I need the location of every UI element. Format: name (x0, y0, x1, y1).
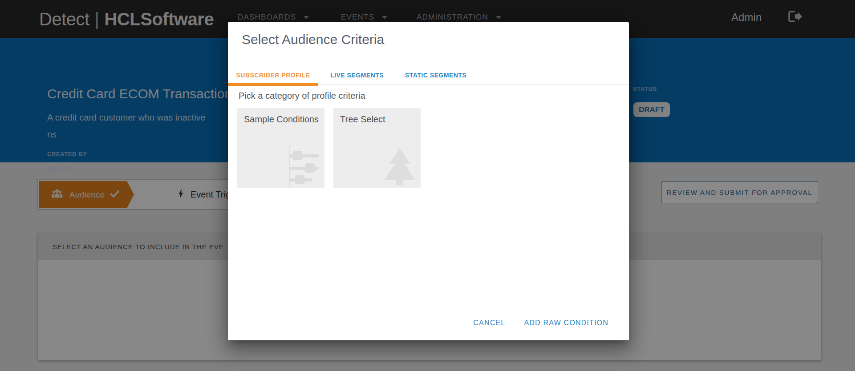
sliders-icon (288, 145, 321, 187)
dialog-actions: CANCEL ADD RAW CONDITION (473, 319, 608, 327)
select-audience-criteria-dialog: Select Audience Criteria SUBSCRIBER PROF… (228, 22, 629, 340)
criteria-cards: Sample Conditions Tree Select (237, 108, 421, 188)
active-tab-underline (228, 83, 318, 86)
cancel-button[interactable]: CANCEL (473, 319, 505, 327)
tab-live-segments[interactable]: LIVE SEGMENTS (318, 65, 396, 86)
dialog-tabs: SUBSCRIBER PROFILE LIVE SEGMENTS STATIC … (228, 65, 629, 86)
card-tree-select-label: Tree Select (340, 114, 385, 125)
add-raw-condition-button[interactable]: ADD RAW CONDITION (524, 319, 608, 327)
dialog-prompt: Pick a category of profile criteria (239, 91, 365, 101)
dialog-title: Select Audience Criteria (242, 32, 384, 47)
card-sample-conditions-label: Sample Conditions (244, 114, 319, 125)
tree-icon (382, 146, 418, 186)
card-sample-conditions[interactable]: Sample Conditions (237, 108, 324, 188)
card-tree-select[interactable]: Tree Select (333, 108, 421, 188)
right-gutter (855, 0, 868, 371)
tab-static-segments[interactable]: STATIC SEGMENTS (396, 65, 476, 86)
